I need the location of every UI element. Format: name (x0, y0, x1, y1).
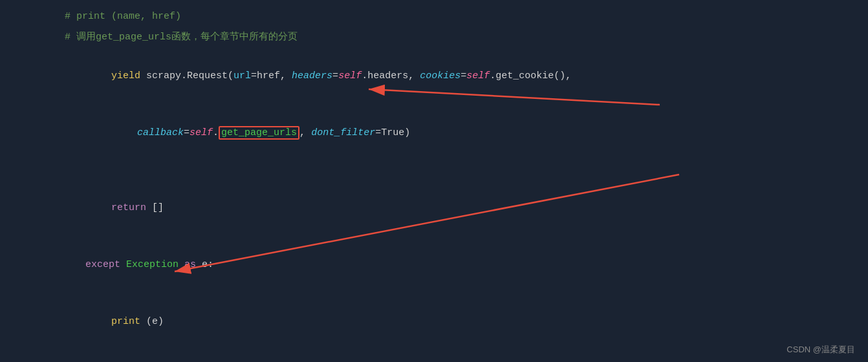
code-line (0, 162, 868, 180)
code-line: except Exception as e: (0, 237, 868, 293)
code-line: callback=self.get_page_urls, dont_filter… (0, 105, 868, 162)
code-text: print(f'get_list_request 获取页面中的章节链接 5次连接… (0, 352, 406, 362)
code-text: # print (name, href) (0, 8, 181, 26)
code-text: return [] (0, 181, 164, 235)
code-line: print (e) (0, 293, 868, 350)
code-text: except Exception as e: (0, 238, 213, 292)
code-container: # print (name, href) # 调用get_page_urls函数… (0, 0, 868, 362)
code-line: # 调用get_page_urls函数，每个章节中所有的分页 (0, 27, 868, 48)
code-text: print (e) (0, 295, 164, 349)
code-line: # print (name, href) (0, 6, 868, 27)
watermark: CSDN @温柔夏目 (787, 344, 855, 356)
code-line: print(f'get_list_request 获取页面中的章节链接 5次连接… (0, 350, 868, 362)
code-line: return [] (0, 180, 868, 237)
code-text: # 调用get_page_urls函数，每个章节中所有的分页 (0, 28, 298, 47)
code-text: callback=self.get_page_urls, dont_filter… (0, 106, 410, 160)
code-line: yield scrapy.Request(url=href, headers=s… (0, 48, 868, 105)
code-block: # print (name, href) # 调用get_page_urls函数… (0, 6, 868, 362)
code-text: yield scrapy.Request(url=href, headers=s… (0, 49, 571, 103)
